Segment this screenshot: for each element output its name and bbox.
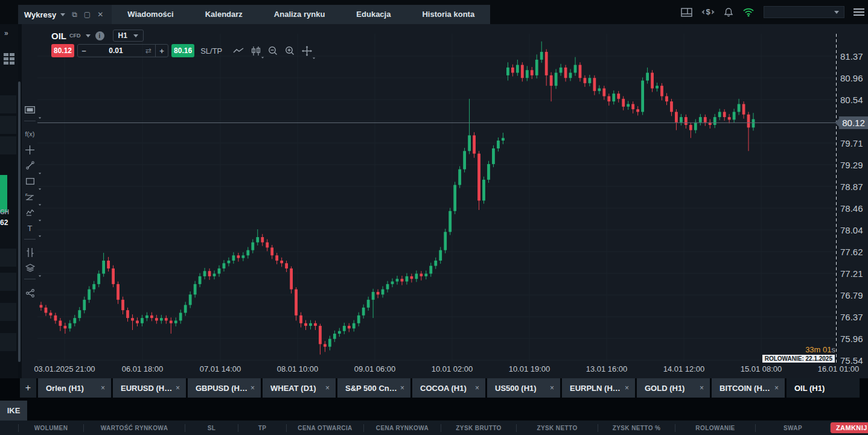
tab-close-icon[interactable]: × <box>546 384 554 392</box>
list-item[interactable] <box>0 116 16 134</box>
instrument-tab[interactable]: EURPLN (H…× <box>562 378 635 398</box>
instrument-tab[interactable]: US500 (H1)× <box>487 378 560 398</box>
trend-line-tool-icon[interactable] <box>22 159 38 171</box>
rectangle-tool-icon[interactable] <box>22 175 38 187</box>
panel-title-block[interactable]: Wykresy ⧉ ▢ ✕ <box>18 5 112 24</box>
grid-view-icon[interactable] <box>4 53 14 65</box>
zoom-in-icon[interactable] <box>285 46 295 56</box>
buy-price-fragment[interactable] <box>0 175 7 212</box>
instrument-tab[interactable]: WHEAT (D1)× <box>263 378 336 398</box>
divider <box>24 239 36 240</box>
menu-icon[interactable] <box>854 8 864 16</box>
wifi-connection-icon[interactable] <box>742 8 755 17</box>
price-tick-label: 79.71 <box>840 138 867 148</box>
price-tick-label: 77.62 <box>840 247 867 257</box>
column-header[interactable]: WARTOŚĆ RYNKOWA <box>83 424 185 432</box>
column-header[interactable]: ZYSK BRUTTO <box>441 424 516 432</box>
layers-objects-icon[interactable] <box>22 262 38 274</box>
account-dropdown[interactable] <box>764 6 844 18</box>
sltp-button[interactable]: SL/TP <box>200 46 222 56</box>
instrument-tab[interactable]: S&P 500 Cn…× <box>337 378 410 398</box>
price-tick-label: 76.37 <box>840 312 867 322</box>
info-icon[interactable]: i <box>95 31 104 40</box>
timeframe-dropdown[interactable]: H1 <box>113 30 144 42</box>
instrument-tab[interactable]: GBPUSD (H…× <box>188 378 261 398</box>
instrument-tabs-bar: + Orlen (H1)×EURUSD (H…×GBPUSD (H…×WHEAT… <box>0 378 868 398</box>
tab-close-icon[interactable]: × <box>471 384 479 392</box>
top-tab[interactable]: Analiza rynku <box>258 5 341 24</box>
line-chart-type-icon[interactable] <box>233 47 244 54</box>
top-tab[interactable]: Kalendarz <box>190 5 258 24</box>
chart-display-mode-icon[interactable] <box>22 104 38 116</box>
instrument-tab[interactable]: Orlen (H1)× <box>38 378 111 398</box>
top-tab[interactable]: Historia konta <box>406 5 490 24</box>
close-icon[interactable]: ✕ <box>97 11 103 18</box>
column-header[interactable]: WOLUMEN <box>18 424 83 432</box>
tab-close-icon[interactable]: × <box>172 384 180 392</box>
elliott-wave-tool-icon[interactable] <box>22 206 38 218</box>
instrument-tab[interactable]: GOLD (H1)× <box>637 378 710 398</box>
drawing-toolbar: f(x) F T <box>22 24 38 350</box>
volume-decrease-button[interactable]: − <box>78 46 90 56</box>
candle-chart-type-icon[interactable] <box>251 46 261 56</box>
column-header[interactable]: CENA RYNKOWA <box>363 424 441 432</box>
top-tab[interactable]: Wiadomości <box>112 5 189 24</box>
list-item[interactable] <box>0 249 16 267</box>
column-header[interactable]: SL <box>185 424 238 432</box>
tab-close-icon[interactable]: × <box>397 384 404 392</box>
add-chart-tab-button[interactable]: + <box>20 378 36 398</box>
maximize-icon[interactable]: ▢ <box>84 11 91 18</box>
price-tick-label: 76.79 <box>840 290 867 300</box>
symbol-dropdown-icon[interactable] <box>86 34 91 37</box>
expand-sidebar-icon[interactable]: » <box>4 29 7 37</box>
zoom-out-icon[interactable] <box>268 46 278 56</box>
compare-instrument-icon[interactable] <box>22 246 38 258</box>
volume-sync-icon[interactable]: ⇄ <box>142 46 155 55</box>
tab-close-icon[interactable]: × <box>247 384 255 392</box>
list-item[interactable] <box>0 273 16 291</box>
list-item[interactable] <box>0 136 16 154</box>
instrument-tab[interactable]: COCOA (H1)× <box>412 378 485 398</box>
list-item[interactable] <box>0 303 16 321</box>
tab-close-icon[interactable]: × <box>696 384 704 392</box>
list-item[interactable] <box>0 95 16 113</box>
popout-icon[interactable]: ⧉ <box>72 11 77 18</box>
price-tick-label: 78.46 <box>840 203 867 214</box>
tab-close-icon[interactable]: × <box>322 384 330 392</box>
text-tool-icon[interactable]: T <box>22 222 38 234</box>
top-tab[interactable]: Edukacja <box>340 5 406 24</box>
account-tab-ike[interactable]: IKE <box>0 401 27 421</box>
timeframe-value: H1 <box>118 31 127 40</box>
tab-close-icon[interactable]: × <box>97 384 105 392</box>
bell-icon[interactable] <box>724 7 733 17</box>
tab-close-icon[interactable]: × <box>621 384 629 392</box>
price-alert-sound-icon[interactable]: $ <box>701 7 715 17</box>
sell-button[interactable]: 80.12 <box>51 44 74 57</box>
buy-button[interactable]: 80.16 <box>171 44 194 57</box>
column-header[interactable]: ZYSK NETTO <box>516 424 598 432</box>
chevron-down-icon <box>60 13 65 16</box>
indicators-icon[interactable]: f(x) <box>22 128 38 140</box>
layout-icon[interactable] <box>681 8 692 17</box>
instrument-tab[interactable]: EURUSD (H…× <box>113 378 186 398</box>
instrument-tab[interactable]: OIL (H1) <box>787 378 860 398</box>
column-header[interactable]: ROLOWANIE <box>675 424 755 432</box>
volume-value[interactable]: 0.01 <box>90 46 142 55</box>
volume-increase-button[interactable]: + <box>156 46 168 56</box>
tab-close-icon[interactable]: × <box>771 384 779 392</box>
fibonacci-tool-icon[interactable]: F <box>22 191 38 203</box>
list-item[interactable] <box>0 333 16 351</box>
time-tick-label: 13.01 16:00 <box>586 364 628 373</box>
trading-app: Wykresy ⧉ ▢ ✕ WiadomościKalendarzAnaliza… <box>0 0 868 435</box>
column-header[interactable]: SWAP <box>755 424 831 432</box>
column-header[interactable]: TP <box>238 424 286 432</box>
instrument-tab[interactable]: BITCOIN (H…× <box>712 378 785 398</box>
column-header[interactable]: CENA OTWARCIA <box>286 424 363 432</box>
column-header[interactable]: ZYSK NETTO % <box>598 424 675 432</box>
vertical-scrollbar[interactable] <box>18 81 21 362</box>
divider <box>24 279 36 279</box>
crosshair-icon[interactable] <box>22 144 38 156</box>
pan-move-icon[interactable] <box>302 46 312 56</box>
share-icon[interactable] <box>22 287 38 299</box>
close-position-button[interactable]: ZAMKNIJ <box>831 422 868 433</box>
